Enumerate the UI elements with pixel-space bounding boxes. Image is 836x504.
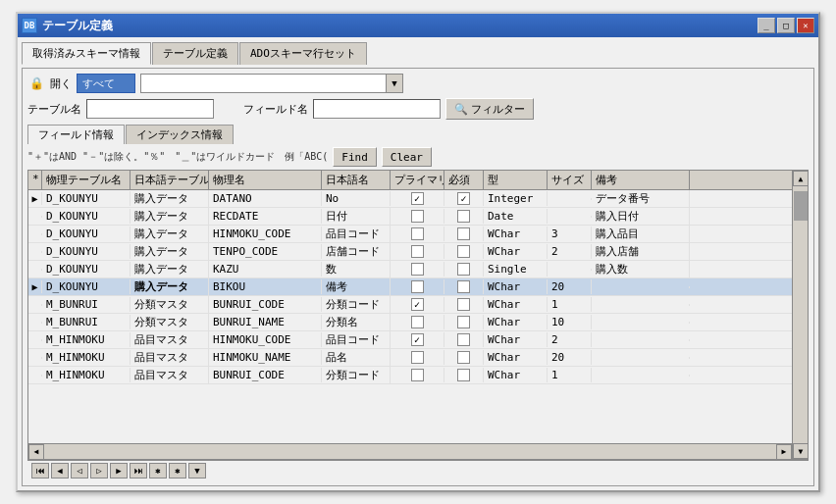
table-row[interactable]: M_HINMOKU品目マスタHINMOKU_NAME品名WChar20 (28, 349, 792, 367)
row-pk[interactable] (391, 368, 444, 382)
row-pk[interactable] (391, 297, 444, 312)
row-pk[interactable] (391, 209, 444, 224)
h-scroll-track[interactable] (44, 444, 776, 460)
window-content: 取得済みスキーマ情報 テーブル定義 ADOスキーマ行セット 🔒 開く ▼ テーブ… (18, 37, 818, 490)
row-req[interactable] (444, 191, 484, 206)
row-note (592, 339, 690, 341)
tab-ado-schema[interactable]: ADOスキーマ行セット (239, 42, 367, 65)
row-phys-name: BUNRUI_NAME (209, 315, 322, 329)
nav-prev-btn[interactable]: ◀ (51, 463, 69, 479)
table-row[interactable]: D_KOUNYU購入データHINMOKU_CODE品目コードWChar3購入品目 (28, 226, 792, 243)
clear-button[interactable]: Clear (382, 147, 432, 167)
tab-bar: 取得済みスキーマ情報 テーブル定義 ADOスキーマ行セット (22, 41, 814, 64)
open-label: 開く (50, 76, 72, 91)
table-row[interactable]: D_KOUNYU購入データKAZU数Single購入数 (28, 261, 792, 278)
h-scroll-right-btn[interactable]: ▶ (776, 444, 792, 460)
field-name-label: フィールド名 (243, 102, 308, 117)
combo-dropdown-btn[interactable]: ▼ (386, 74, 403, 93)
row-req[interactable] (444, 209, 484, 224)
row-phys-name: HINMOKU_CODE (209, 332, 322, 347)
row-req[interactable] (444, 315, 484, 329)
table-row[interactable]: M_HINMOKU品目マスタHINMOKU_CODE品目コードWChar2 (28, 331, 792, 349)
row-jp-table: 購入データ (131, 226, 209, 242)
row-req[interactable] (444, 350, 484, 365)
window-title: テーブル定義 (42, 18, 113, 34)
row-arrow (28, 269, 42, 271)
row-note: 購入数 (592, 261, 690, 277)
row-pk[interactable] (391, 350, 444, 365)
table-row[interactable]: ▶D_KOUNYU購入データBIKOU備考WChar20 (28, 278, 792, 296)
nav-next-btn[interactable]: ▶ (110, 463, 128, 479)
tab-index-info[interactable]: インデックス情報 (126, 125, 234, 144)
th-jp-table[interactable]: 日本語テーブル名 (131, 171, 209, 189)
scroll-down-btn[interactable]: ▼ (793, 443, 808, 459)
maximize-button[interactable]: □ (777, 18, 795, 33)
th-jp-name[interactable]: 日本語名 (322, 171, 391, 189)
table-row[interactable]: D_KOUNYU購入データRECDATE日付Date購入日付 (28, 208, 792, 226)
filter-button[interactable]: 🔍 フィルター (445, 98, 534, 120)
tab-schema-info[interactable]: 取得済みスキーマ情報 (22, 42, 151, 65)
table-row[interactable]: M_BUNRUI分類マスタBUNRUI_NAME分類名WChar10 (28, 314, 792, 331)
tab-field-info[interactable]: フィールド情報 (27, 125, 125, 144)
minimize-button[interactable]: _ (758, 18, 775, 33)
table-body: ▶D_KOUNYU購入データDATANONoIntegerデータ番号D_KOUN… (28, 190, 792, 443)
th-req[interactable]: 必須 (444, 171, 484, 189)
table-row[interactable]: D_KOUNYU購入データTENPO_CODE店舗コードWChar2購入店舗 (28, 243, 792, 261)
schema-combo-input[interactable] (140, 74, 386, 93)
row-req[interactable] (444, 279, 484, 294)
row-req[interactable] (444, 244, 484, 259)
row-pk[interactable] (391, 227, 444, 241)
th-phys-table[interactable]: 物理テーブル名 (42, 171, 131, 189)
table-row[interactable]: ▶D_KOUNYU購入データDATANONoIntegerデータ番号 (28, 190, 792, 208)
table-row[interactable]: M_BUNRUI分類マスタBUNRUI_CODE分類コードWChar1 (28, 296, 792, 314)
row-req[interactable] (444, 368, 484, 382)
find-button[interactable]: Find (333, 147, 377, 167)
row-pk[interactable] (391, 262, 444, 277)
row-pk[interactable] (391, 332, 444, 347)
field-info-tabs: フィールド情報 インデックス情報 (27, 125, 809, 144)
row-req[interactable] (444, 227, 484, 241)
scroll-up-btn[interactable]: ▲ (793, 171, 808, 186)
row-pk[interactable] (391, 315, 444, 329)
nav-prev2-btn[interactable]: ◁ (71, 463, 88, 479)
row-jp-name: 備考 (322, 278, 391, 295)
th-type[interactable]: 型 (484, 171, 548, 189)
th-phys-name[interactable]: 物理名 (209, 171, 322, 189)
th-note[interactable]: 備考 (592, 171, 690, 189)
row-phys-table: M_BUNRUI (42, 315, 131, 329)
scroll-track[interactable] (793, 186, 808, 443)
close-button[interactable]: ✕ (797, 18, 814, 33)
row-jp-name: 分類コード (322, 296, 391, 313)
row-pk[interactable] (391, 244, 444, 259)
table-name-label: テーブル名 (27, 102, 81, 117)
table-with-scroll: * 物理テーブル名 日本語テーブル名 物理名 日本語名 プライマリキー 必須 型… (28, 171, 808, 459)
nav-star2-btn[interactable]: ✱ (169, 463, 186, 479)
nav-star1-btn[interactable]: ✱ (149, 463, 167, 479)
nav-first-btn[interactable]: ⏮ (31, 463, 49, 479)
table-row[interactable]: M_HINMOKU品目マスタBUNRUI_CODE分類コードWChar1 (28, 367, 792, 384)
row-jp-table: 品目マスタ (131, 367, 209, 383)
nav-last-btn[interactable]: ⏭ (130, 463, 147, 479)
field-name-input[interactable] (313, 99, 441, 119)
row-size: 1 (548, 368, 592, 382)
th-size[interactable]: サイズ (548, 171, 592, 189)
row-jp-name: 品名 (322, 349, 391, 366)
row-req[interactable] (444, 262, 484, 277)
nav-next2-btn[interactable]: ▷ (90, 463, 108, 479)
scroll-thumb[interactable] (794, 191, 808, 221)
nav-filter-btn[interactable]: ▼ (188, 463, 206, 479)
row-size: 2 (548, 244, 592, 259)
row-arrow: ▶ (28, 192, 42, 205)
row-pk[interactable] (391, 191, 444, 206)
table-name-input[interactable] (86, 99, 214, 119)
open-value-input[interactable] (77, 74, 135, 93)
row-type: WChar (484, 227, 548, 241)
row-pk[interactable] (391, 279, 444, 294)
row-note (592, 357, 690, 359)
row-req[interactable] (444, 332, 484, 347)
tab-table-def[interactable]: テーブル定義 (152, 42, 238, 65)
row-jp-name: 日付 (322, 208, 391, 225)
row-req[interactable] (444, 297, 484, 312)
h-scroll-left-btn[interactable]: ◀ (28, 444, 44, 460)
th-pk[interactable]: プライマリキー (391, 171, 444, 189)
